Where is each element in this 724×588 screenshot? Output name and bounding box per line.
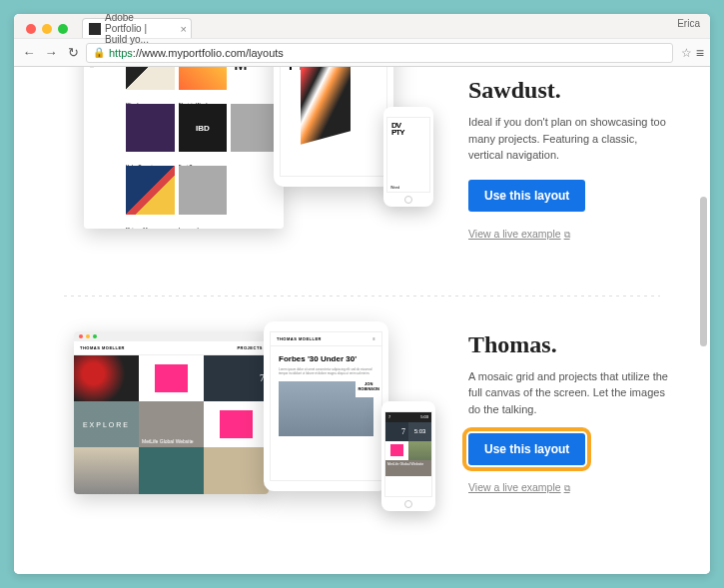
tile-m: M xyxy=(231,67,280,100)
forward-button[interactable]: → xyxy=(42,44,60,62)
close-tab-icon[interactable]: × xyxy=(181,23,187,35)
layout-description: Ideal if you don't plan on showcasing to… xyxy=(468,114,670,164)
tab-title: Adobe Portfolio | Build yo... xyxy=(105,14,169,45)
menu-icon[interactable]: ≡ xyxy=(696,45,704,61)
mockup-header: THOMAS MOELLER PROJECTS xyxy=(74,341,269,355)
layout-description: A mosaic grid and projects that utilize … xyxy=(468,368,670,418)
use-layout-button[interactable]: Use this layout xyxy=(468,433,585,465)
tab-row: Adobe Portfolio | Build yo... × Erica xyxy=(14,14,710,38)
tile-lemonade: Lemonade xyxy=(179,166,228,225)
desktop-mockup: THOMAS MOELLER PROJECTS 7 EXPLORE MetLif… xyxy=(74,331,269,494)
phone-home-icon xyxy=(404,196,412,204)
close-window-icon[interactable] xyxy=(26,24,36,34)
tile-maison: Maison Alice xyxy=(126,166,175,225)
minimize-window-icon[interactable] xyxy=(42,24,52,34)
cell-seven: 7 xyxy=(204,355,269,401)
reload-button[interactable]: ↻ xyxy=(64,44,82,62)
layout-title: Sawdust. xyxy=(468,77,670,104)
cell-car xyxy=(74,447,139,493)
phone-cell-metlife: MetLife Global Website xyxy=(385,460,431,476)
tile-kobe: Kobe Bryant xyxy=(126,104,175,163)
browser-tab[interactable]: Adobe Portfolio | Build yo... × xyxy=(82,18,192,38)
use-layout-button[interactable]: Use this layout xyxy=(468,180,585,212)
tile-wired: Wired xyxy=(126,67,175,100)
tile-ibd: IBDFast Company xyxy=(179,104,228,163)
phone-cell-meadow xyxy=(408,441,431,460)
view-example-link[interactable]: View a live example⧉ xyxy=(468,228,670,241)
bookmark-icon[interactable]: ☆ xyxy=(681,46,692,60)
external-link-icon: ⧉ xyxy=(564,230,570,240)
tablet-mockup: THOMAS MOELLER≡ Forbes '30 Under 30' Lor… xyxy=(264,321,388,491)
lock-icon: 🔒 xyxy=(93,47,105,58)
tile-gray xyxy=(231,104,280,163)
maximize-window-icon[interactable] xyxy=(58,24,68,34)
cell-metlife: MetLife Global Website xyxy=(139,401,204,447)
phone-cell-seven: 7 xyxy=(385,422,408,441)
view-example-link[interactable]: View a live example⧉ xyxy=(468,481,670,494)
window-controls xyxy=(20,18,68,34)
article-image: JON ROBINSON xyxy=(279,381,373,436)
phone-mockup: DV PTY Wired xyxy=(383,107,433,207)
address-bar[interactable]: 🔒 https://www.myportfolio.com/layouts xyxy=(86,43,673,63)
cell-teal xyxy=(139,447,204,493)
article-body: Lorem ipsum dolor sit amet consectetur a… xyxy=(271,367,381,375)
layout-title: Thomas. xyxy=(468,331,670,358)
jon-label: JON ROBINSON xyxy=(356,376,381,398)
favicon-icon xyxy=(89,23,101,35)
article-title: Forbes '30 Under 30' xyxy=(271,346,381,367)
page-content: ———— Wired Electric Word M Kobe Bryant I… xyxy=(14,67,710,574)
external-link-icon: ⧉ xyxy=(564,483,570,493)
back-button[interactable]: ← xyxy=(20,44,38,62)
cell-explore: EXPLORE xyxy=(74,401,139,447)
tile-electric: Electric Word xyxy=(179,67,228,100)
desktop-mockup: ———— Wired Electric Word M Kobe Bryant I… xyxy=(84,67,284,229)
phone-cell-clock: 5:03 xyxy=(408,422,431,441)
preview-sawdust: ———— Wired Electric Word M Kobe Bryant I… xyxy=(84,67,438,237)
mockup-titlebar xyxy=(74,331,269,341)
phone-home-icon xyxy=(404,500,412,508)
phone-headline: DV PTY xyxy=(391,122,404,136)
cell-pink xyxy=(139,355,204,401)
phone-tile-label: Wired xyxy=(390,186,399,190)
profile-name[interactable]: Erica xyxy=(677,18,700,29)
preview-thomas: THOMAS MOELLER PROJECTS 7 EXPLORE MetLif… xyxy=(84,321,438,551)
url-scheme: https xyxy=(109,47,133,59)
scrollbar[interactable] xyxy=(700,197,707,346)
url-path: ://www.myportfolio.com/layouts xyxy=(133,47,284,59)
layout-info-thomas: Thomas. A mosaic grid and projects that … xyxy=(438,321,670,551)
mockup-sidebar: ———— xyxy=(88,67,122,225)
cell-spiderman xyxy=(74,355,139,401)
phone-statusbar: 75:03 xyxy=(385,412,431,422)
tablet-mockup: DV PTY xyxy=(274,67,393,187)
tablet-header: THOMAS MOELLER≡ xyxy=(271,332,381,346)
brush-graphic-icon xyxy=(301,67,351,145)
hamburger-icon: ≡ xyxy=(372,336,375,341)
phone-mockup: 75:03 7 5:03 MetLife Global Website xyxy=(381,401,435,511)
layout-sawdust: ———— Wired Electric Word M Kobe Bryant I… xyxy=(14,67,710,271)
browser-window: Adobe Portfolio | Build yo... × Erica ← … xyxy=(14,14,710,574)
phone-cell-pink xyxy=(385,441,408,460)
browser-chrome: Adobe Portfolio | Build yo... × Erica ← … xyxy=(14,14,710,67)
cell-pink2 xyxy=(204,401,269,447)
cell-beige xyxy=(204,447,269,493)
layout-thomas: THOMAS MOELLER PROJECTS 7 EXPLORE MetLif… xyxy=(14,321,710,575)
divider xyxy=(64,295,660,296)
layout-info-sawdust: Sawdust. Ideal if you don't plan on show… xyxy=(438,67,670,241)
